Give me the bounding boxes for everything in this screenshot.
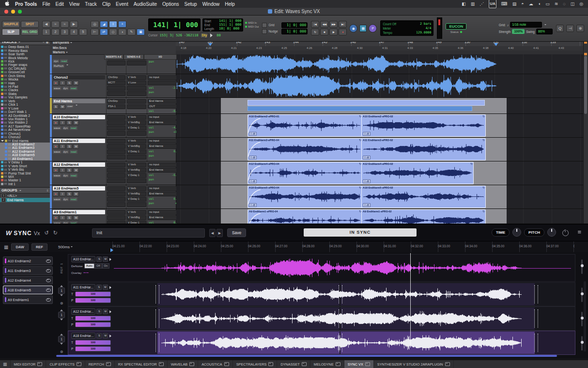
taskbar-item[interactable]: ACOUSTICA (198, 360, 233, 368)
insert-slot[interactable]: ChnStrp (107, 99, 125, 104)
lane-track-name[interactable]: A18 EndHar... (71, 333, 95, 339)
pitch-slider[interactable]: 100 (75, 298, 111, 303)
track-lane[interactable]: A10 EndHarm2-ePRO-01 0 dB ↻ A10 EndHarm2… (176, 114, 584, 137)
record-enable-button[interactable]: ● (53, 144, 59, 149)
track-lane[interactable] (176, 74, 584, 97)
menubar-status-icon[interactable]: ⌨ (501, 0, 508, 8)
menubar-status-icon[interactable]: UA (489, 0, 496, 8)
track-list-item[interactable]: V Verb Short (0, 164, 50, 167)
track-list-item[interactable]: Init 1 (0, 182, 50, 186)
menubar-status-icon[interactable]: ◓ (521, 0, 524, 8)
groups-panel-menu-icon[interactable]: ≡ (46, 189, 48, 192)
track-list-item[interactable]: V Delay 1 (0, 160, 50, 164)
track-list-item[interactable]: A17 SpeedRap (0, 125, 50, 128)
clip-warp-icon[interactable]: ↻ (482, 139, 485, 142)
selection-length[interactable]: 10| 0| 000 (219, 27, 239, 31)
menubar-item[interactable]: View (69, 1, 80, 7)
menubar-status-icon[interactable]: ◎ (579, 0, 583, 8)
output-selector[interactable]: End Harms (148, 215, 180, 220)
clip-gain-badge[interactable]: 0 dB (249, 156, 257, 160)
menubar-item[interactable]: Edit (56, 1, 64, 7)
playhead-marker[interactable] (110, 248, 115, 252)
syncvx-lane[interactable]: 1 ⊛ A18 EndHar... S M (68, 331, 575, 355)
send-slot[interactable]: V VerbBig (127, 192, 146, 196)
track-list-item[interactable]: Hats (0, 81, 50, 84)
track-name[interactable]: A9 EndHarm1 (53, 210, 105, 214)
taskbar-item[interactable]: MIDI EDITOR (11, 360, 46, 368)
segment-handle[interactable] (155, 334, 159, 352)
lane-mini-slider[interactable] (581, 259, 583, 274)
selection-start[interactable]: 141| 1| 000 (219, 19, 241, 23)
transport-round-button[interactable]: ◉ (349, 24, 357, 32)
input-monitor-button[interactable]: I (60, 192, 65, 196)
clip-warp-icon[interactable]: ↻ (470, 162, 473, 166)
track-list-item[interactable]: Click 1 (0, 103, 50, 106)
menubar-item[interactable]: Clip (102, 1, 110, 7)
power-icon[interactable] (562, 230, 569, 236)
view-selector[interactable]: wave (53, 221, 62, 224)
track-lane[interactable]: A11 EndHarm3-ePRO-04 0 dB ↻ A11 EndHarm3… (176, 138, 584, 161)
meter-label[interactable]: Meter (383, 27, 391, 30)
track-list-item[interactable]: Stabs (0, 92, 50, 96)
track-list-item[interactable]: Chorus1 (0, 132, 50, 135)
lane-mini-slider[interactable] (581, 312, 583, 326)
segment-handle[interactable] (155, 309, 159, 328)
track-list-item[interactable]: Clacks (0, 88, 50, 92)
pitch-slider[interactable]: 100 (75, 346, 111, 352)
syncvx-track-chip[interactable]: A12 EndHarm4 (3, 276, 53, 285)
track-lane[interactable]: A12 EndHarm4-ePRO-04 0 dB ↻ A12 EndHarm4… (176, 161, 584, 185)
chevron-down-icon[interactable] (60, 294, 63, 298)
grid-icon[interactable] (262, 23, 267, 28)
view-selector[interactable]: wave (53, 86, 62, 90)
edit-mode-button[interactable]: SHUFFLE (2, 21, 20, 28)
audio-clip[interactable]: A11 EndHarm3-ePRO-04 0 dB ↻ (248, 138, 362, 160)
record-enable-button[interactable]: ● (53, 120, 59, 125)
taskbar-item[interactable]: MELODYNE (310, 360, 344, 368)
syncvx-horizontal-scrollbar[interactable] (56, 355, 557, 357)
track-list-item[interactable]: A4 NeverKnew (0, 128, 50, 131)
input-selector[interactable]: no input (148, 186, 180, 191)
view-selector[interactable]: wave (53, 150, 62, 154)
main-counter[interactable]: 141| 1| 000 (148, 18, 201, 31)
fade-in-curve[interactable] (248, 142, 261, 157)
solo-button[interactable]: S (66, 168, 72, 173)
zoom-button[interactable]: ◀ (42, 21, 50, 28)
lane-track-name[interactable]: A12 EndHar... (71, 308, 95, 315)
clip-warp-icon[interactable]: ↻ (482, 186, 485, 190)
mute-button[interactable]: M (103, 333, 108, 338)
audio-clip[interactable]: A12 EndHarm4-ePRO-02 0 dB ↻ (361, 162, 474, 184)
segment-handle[interactable] (534, 285, 538, 304)
transport-round-button[interactable]: P (369, 24, 377, 32)
send-slot[interactable]: V Delay 1 (127, 149, 146, 154)
automation-mode-button[interactable]: read (60, 59, 68, 63)
edit-tool-button[interactable]: ⊢ (91, 29, 99, 35)
mute-button[interactable]: M (73, 120, 79, 125)
track-list-item[interactable]: Master 1 (0, 178, 50, 182)
send-slot[interactable]: V Delay 1 (127, 173, 146, 178)
denoise-option-button[interactable]: On (102, 263, 110, 269)
input-selector[interactable]: End Harms (148, 99, 180, 104)
output-selector[interactable]: End Harms (148, 168, 180, 173)
elastic-audio-selector[interactable]: RePitch (53, 64, 64, 68)
track-list-item[interactable]: A9 EndHarm1 (0, 157, 50, 160)
minimize-window-button[interactable] (11, 10, 15, 14)
group-number[interactable]: 1 (58, 312, 65, 318)
insert-slot[interactable]: ChnStrp (107, 75, 125, 80)
pitch-mode-button[interactable]: PITCH (524, 228, 544, 237)
fade-in-curve[interactable] (248, 118, 261, 133)
segment-handle[interactable] (339, 309, 342, 328)
track-list-item[interactable]: A11 EndHarm3 (0, 146, 50, 149)
dyn-selector[interactable]: dyn (62, 86, 69, 90)
zoom-button[interactable]: ≈ (51, 21, 60, 28)
folder-track-lane[interactable] (176, 98, 584, 113)
ref-view-button[interactable]: REF (31, 243, 47, 251)
grid-note-select[interactable]: 1/16 note (510, 22, 542, 28)
edit-tool-button[interactable]: ⇄ (100, 29, 108, 35)
solo-button[interactable]: S (53, 104, 59, 109)
mute-button[interactable]: M (103, 256, 108, 262)
fade-in-curve[interactable] (248, 190, 261, 205)
selection-end-marker[interactable] (494, 43, 498, 48)
speaker-icon[interactable] (210, 33, 215, 37)
track-name[interactable]: Chorus2 (53, 75, 105, 80)
segment-handle[interactable] (339, 285, 342, 304)
